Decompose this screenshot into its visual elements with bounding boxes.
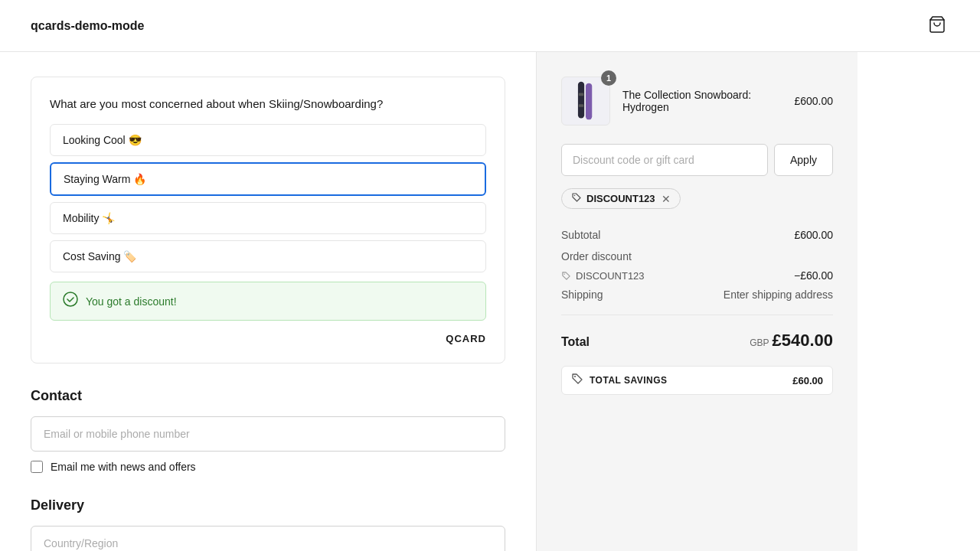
subtotal-label: Subtotal <box>561 229 600 241</box>
qcard-option-cost-saving[interactable]: Cost Saving 🏷️ <box>50 240 486 272</box>
discount-code-sublabel: DISCOUNT123 <box>561 270 645 282</box>
snowboard-illustration <box>567 80 605 122</box>
product-price: £600.00 <box>794 95 833 107</box>
product-quantity-badge: 1 <box>601 70 616 86</box>
subtotal-row: Subtotal £600.00 <box>561 224 833 246</box>
qcard-widget: What are you most concerned about when S… <box>31 77 505 364</box>
discount-input-row: Apply <box>561 144 833 176</box>
email-input[interactable] <box>31 416 505 452</box>
svg-rect-3 <box>586 83 592 119</box>
savings-label: TOTAL SAVINGS <box>590 375 668 386</box>
total-savings-row: TOTAL SAVINGS £60.00 <box>561 366 833 395</box>
option-label-cost-saving: Cost Saving 🏷️ <box>63 250 473 262</box>
newsletter-row: Email me with news and offers <box>31 461 505 473</box>
cart-icon <box>928 15 946 34</box>
svg-rect-5 <box>579 104 583 107</box>
apply-discount-button[interactable]: Apply <box>774 144 833 176</box>
delivery-title: Delivery <box>31 497 505 514</box>
total-currency: GBP <box>750 337 769 348</box>
cart-button[interactable] <box>925 12 949 39</box>
discount-code-tag-label: DISCOUNT123 <box>586 193 655 204</box>
svg-point-1 <box>64 292 77 306</box>
total-row: Total GBP £540.00 <box>561 324 833 357</box>
option-label-mobility: Mobility 🤸 <box>63 212 473 224</box>
summary-divider <box>561 315 833 315</box>
discount-amount-value: −£60.00 <box>794 269 833 282</box>
total-label: Total <box>561 335 590 349</box>
product-image <box>561 77 610 126</box>
shipping-row: Shipping Enter shipping address <box>561 284 833 305</box>
svg-point-8 <box>574 376 576 377</box>
remove-discount-button[interactable]: ✕ <box>660 194 671 204</box>
qcard-brand: QCARD <box>50 333 486 344</box>
option-label-looking-cool: Looking Cool 😎 <box>63 134 473 146</box>
contact-section: Contact Email me with news and offers <box>31 388 505 473</box>
applied-code-label: DISCOUNT123 <box>576 270 645 282</box>
tag-icon <box>571 192 582 205</box>
qcard-option-mobility[interactable]: Mobility 🤸 <box>50 202 486 234</box>
discount-tag-icon <box>561 271 571 281</box>
product-name: The Collection Snowboard: Hydrogen <box>622 89 782 113</box>
newsletter-checkbox[interactable] <box>31 461 43 473</box>
discount-code-input[interactable] <box>561 144 768 176</box>
subtotal-value: £600.00 <box>794 229 833 241</box>
option-label-staying-warm: Staying Warm 🔥 <box>64 173 472 185</box>
savings-tag-icon <box>571 373 583 388</box>
total-value-container: GBP £540.00 <box>750 331 833 350</box>
left-panel: What are you most concerned about when S… <box>0 52 536 551</box>
newsletter-label: Email me with news and offers <box>51 461 196 473</box>
right-panel: 1 The Collection Snowboard: Hydrogen £60… <box>536 52 858 551</box>
site-title: qcards-demo-mode <box>31 19 144 33</box>
qcard-option-looking-cool[interactable]: Looking Cool 😎 <box>50 124 486 156</box>
order-discount-label: Order discount <box>561 250 632 262</box>
main-layout: What are you most concerned about when S… <box>0 52 980 551</box>
svg-rect-4 <box>579 93 583 96</box>
discount-success-banner: You got a discount! <box>50 282 486 321</box>
check-circle-icon <box>63 292 78 311</box>
qcard-question: What are you most concerned about when S… <box>50 96 486 112</box>
savings-value: £60.00 <box>792 375 823 386</box>
delivery-section: Delivery <box>31 497 505 551</box>
applied-discount-tag: DISCOUNT123 ✕ <box>561 188 681 209</box>
product-image-container: 1 <box>561 77 610 126</box>
svg-point-6 <box>574 195 576 197</box>
product-row: 1 The Collection Snowboard: Hydrogen £60… <box>561 77 833 126</box>
total-amount: £540.00 <box>772 331 833 350</box>
header: qcards-demo-mode <box>0 0 980 52</box>
svg-rect-2 <box>578 81 584 118</box>
contact-title: Contact <box>31 388 505 404</box>
success-message: You got a discount! <box>86 295 177 308</box>
shipping-label: Shipping <box>561 289 603 301</box>
country-region-input[interactable] <box>31 526 505 551</box>
order-discount-row: Order discount <box>561 246 833 267</box>
shipping-value: Enter shipping address <box>724 289 833 301</box>
svg-point-7 <box>564 273 564 274</box>
discount-code-row: DISCOUNT123 −£60.00 <box>561 267 833 284</box>
qcard-option-staying-warm[interactable]: Staying Warm 🔥 <box>50 162 486 196</box>
